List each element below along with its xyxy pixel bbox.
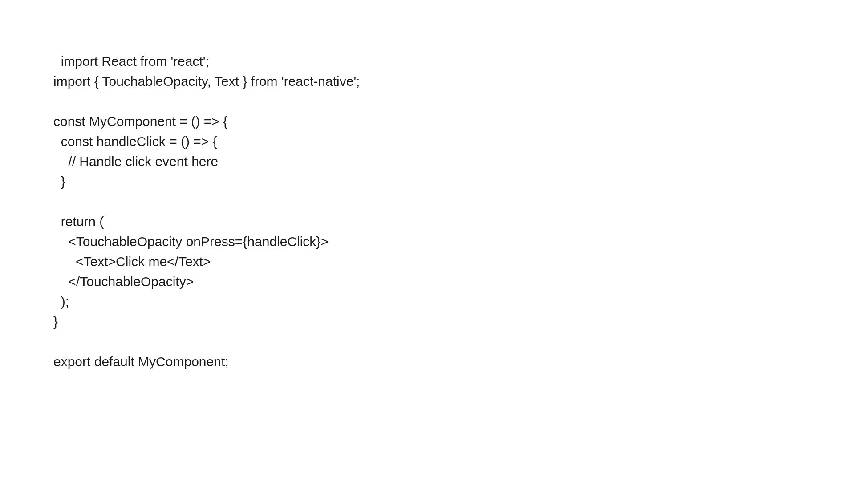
code-line: export default MyComponent; bbox=[53, 354, 229, 369]
code-line: import React from 'react'; bbox=[61, 54, 209, 69]
code-line: return ( bbox=[53, 214, 104, 229]
code-line: <Text>Click me</Text> bbox=[53, 254, 211, 269]
code-line: } bbox=[53, 174, 65, 189]
code-line: const MyComponent = () => { bbox=[53, 114, 227, 129]
code-line: } bbox=[53, 314, 58, 329]
code-line: import { TouchableOpacity, Text } from '… bbox=[53, 74, 360, 89]
code-line: // Handle click event here bbox=[53, 154, 218, 169]
code-line: const handleClick = () => { bbox=[53, 134, 217, 149]
code-block: import React from 'react'; import { Touc… bbox=[53, 31, 815, 372]
code-line: </TouchableOpacity> bbox=[53, 274, 194, 289]
code-line: <TouchableOpacity onPress={handleClick}> bbox=[53, 234, 329, 249]
code-line: ); bbox=[53, 294, 69, 309]
